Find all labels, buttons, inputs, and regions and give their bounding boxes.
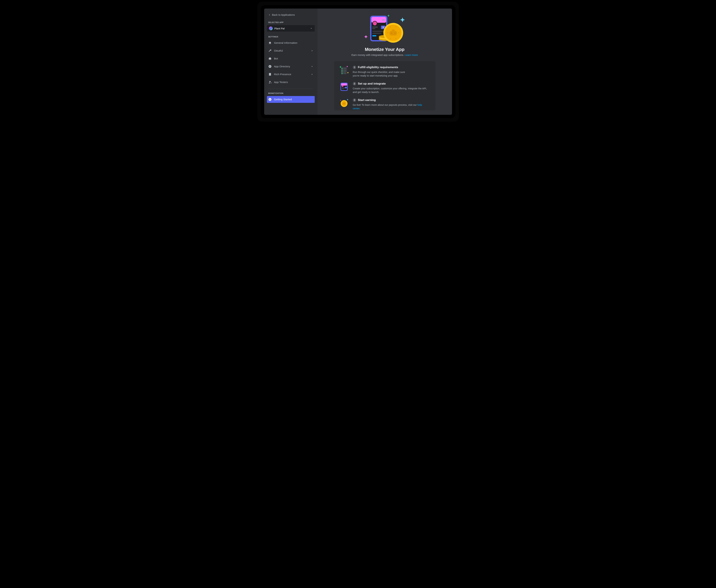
step-description: Create your subscription, customize your… xyxy=(353,87,430,94)
page-subtitle: Earn money with integrated app subscript… xyxy=(351,54,418,56)
arrow-left-icon xyxy=(268,14,270,16)
svg-point-18 xyxy=(391,33,392,34)
svg-point-46 xyxy=(343,103,344,104)
svg-point-39 xyxy=(342,85,343,87)
svg-rect-35 xyxy=(343,73,346,74)
main-content: $ Monetize Your App Earn money w xyxy=(318,8,452,115)
svg-rect-20 xyxy=(392,29,395,31)
svg-rect-33 xyxy=(343,71,346,72)
step-number: 2 xyxy=(353,82,356,85)
nav-label: OAuth2 xyxy=(274,49,308,52)
plus-circle-icon xyxy=(268,98,272,101)
svg-rect-17 xyxy=(390,31,397,36)
svg-text:$: $ xyxy=(383,26,384,28)
svg-point-32 xyxy=(342,71,343,72)
selected-app-name: Plant Pal xyxy=(275,27,308,30)
svg-rect-48 xyxy=(344,102,345,103)
step-start-earning: 3 Start earning Go live! To learn more a… xyxy=(340,99,430,110)
settings-label: SETTINGS xyxy=(267,35,315,38)
chevron-right-icon xyxy=(311,49,313,52)
nav-label: Bot xyxy=(274,57,313,60)
selected-app-label: SELECTED APP xyxy=(267,21,315,24)
step-body: 3 Start earning Go live! To learn more a… xyxy=(353,99,430,110)
app-selector[interactable]: Plant Pal xyxy=(267,25,315,31)
document-icon xyxy=(268,72,272,76)
nav-oauth2[interactable]: OAuth2 xyxy=(267,47,315,54)
coin-illustration xyxy=(340,99,349,108)
nav-general-information[interactable]: General Information xyxy=(267,40,315,46)
monetize-hero-illustration: $ xyxy=(361,14,409,43)
svg-point-34 xyxy=(342,73,343,74)
compass-icon xyxy=(268,65,272,68)
nav-label: General Information xyxy=(274,41,313,44)
nav-label: App Testers xyxy=(274,81,313,84)
back-to-applications-link[interactable]: Back to Applications xyxy=(267,13,315,17)
sidebar: Back to Applications SELECTED APP Plant … xyxy=(264,8,318,115)
svg-point-22 xyxy=(395,26,396,27)
svg-point-28 xyxy=(342,68,343,69)
step-eligibility: 1 Fulfill eligibility requirements Run t… xyxy=(340,66,430,78)
nav-bot[interactable]: Bot xyxy=(267,55,315,62)
nav-getting-started[interactable]: Getting Started xyxy=(267,96,315,103)
svg-point-23 xyxy=(387,32,388,33)
chevron-down-icon xyxy=(310,27,313,30)
app-window: Back to Applications SELECTED APP Plant … xyxy=(264,8,452,115)
integrate-illustration xyxy=(340,82,349,91)
svg-rect-5 xyxy=(372,27,378,27)
nav-app-directory[interactable]: App Directory xyxy=(267,63,315,70)
step-description: Go live! To learn more about our payouts… xyxy=(353,103,430,110)
nav-label: Getting Started xyxy=(274,98,313,101)
subtitle-text: Earn money with integrated app subscript… xyxy=(351,54,405,56)
svg-point-19 xyxy=(394,33,396,34)
step-number: 3 xyxy=(353,99,356,102)
steps-card: 1 Fulfill eligibility requirements Run t… xyxy=(334,61,435,110)
svg-rect-6 xyxy=(372,28,375,29)
step-body: 1 Fulfill eligibility requirements Run t… xyxy=(353,66,430,78)
tester-icon xyxy=(268,81,272,84)
svg-rect-29 xyxy=(343,68,346,69)
svg-rect-11 xyxy=(372,35,376,36)
step-body: 2 Set up and integrate Create your subsc… xyxy=(353,82,430,94)
app-avatar-icon xyxy=(269,26,273,30)
chevron-right-icon xyxy=(311,73,313,76)
svg-point-30 xyxy=(342,70,343,71)
nav-label: Rich Presence xyxy=(274,73,308,76)
svg-point-26 xyxy=(395,38,396,39)
step-setup-integrate: 2 Set up and integrate Create your subsc… xyxy=(340,82,430,94)
svg-rect-10 xyxy=(372,33,381,34)
back-label: Back to Applications xyxy=(272,13,295,16)
page-title: Monetize Your App xyxy=(365,47,404,52)
checklist-illustration xyxy=(340,66,349,75)
step-header: 1 Fulfill eligibility requirements xyxy=(353,66,430,69)
svg-rect-31 xyxy=(343,70,346,70)
step-desc-post: . xyxy=(360,107,360,110)
puzzle-icon xyxy=(268,57,272,60)
step-title: Start earning xyxy=(358,99,376,102)
svg-rect-42 xyxy=(345,87,347,88)
step-header: 2 Set up and integrate xyxy=(353,82,430,85)
svg-rect-9 xyxy=(372,31,385,32)
step-desc-pre: Go live! To learn more about our payouts… xyxy=(353,104,417,106)
step-title: Fulfill eligibility requirements xyxy=(358,66,398,69)
svg-point-25 xyxy=(390,38,391,39)
chevron-right-icon xyxy=(311,65,313,68)
nav-app-testers[interactable]: App Testers xyxy=(267,79,315,86)
svg-rect-38 xyxy=(341,83,347,86)
nav-rich-presence[interactable]: Rich Presence xyxy=(267,71,315,78)
monetization-label: MONETIZATION xyxy=(267,91,315,95)
wrench-icon xyxy=(268,49,272,52)
step-description: Run through our quick checklist, and mak… xyxy=(353,70,411,78)
svg-rect-45 xyxy=(343,103,345,105)
svg-point-21 xyxy=(390,26,391,27)
learn-more-link[interactable]: Learn more xyxy=(405,54,418,56)
step-number: 1 xyxy=(353,66,356,69)
step-title: Set up and integrate xyxy=(358,82,386,85)
svg-rect-41 xyxy=(342,89,344,89)
svg-point-47 xyxy=(344,103,345,104)
nav-label: App Directory xyxy=(274,65,308,68)
svg-point-24 xyxy=(398,32,399,33)
home-icon xyxy=(268,41,272,45)
step-header: 3 Start earning xyxy=(353,99,430,102)
